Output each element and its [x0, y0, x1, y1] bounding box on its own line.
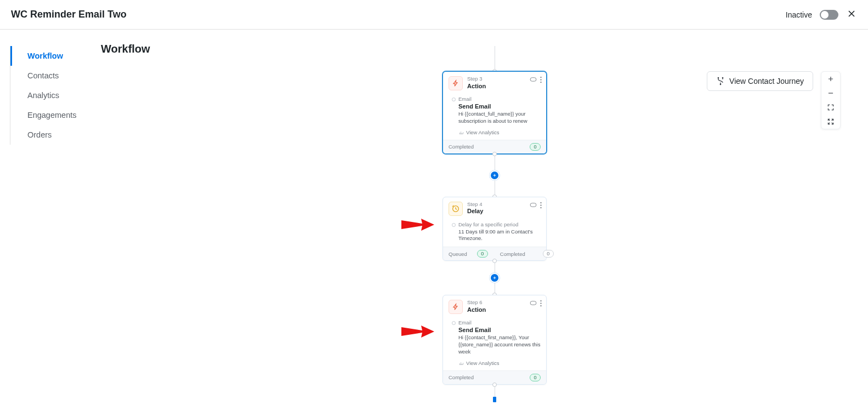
svg-point-6: [540, 82, 541, 83]
node-action-title: Send Email: [449, 103, 541, 110]
svg-point-15: [540, 305, 541, 306]
svg-point-2: [720, 84, 721, 84]
minus-icon: [827, 89, 835, 97]
node-menu-button[interactable]: [540, 202, 542, 210]
node-type: Action: [467, 83, 486, 89]
svg-point-0: [718, 77, 718, 78]
svg-point-4: [540, 77, 541, 78]
chart-icon: [458, 360, 464, 366]
workflow-canvas[interactable]: View Contact Journey Step 3 Action: [0, 0, 868, 411]
delay-icon: [449, 202, 463, 216]
analytics-label: View Analytics: [466, 129, 500, 135]
dots-icon: [540, 76, 542, 83]
connector: [495, 283, 495, 293]
view-contact-journey-button[interactable]: View Contact Journey: [707, 71, 813, 91]
dots-icon: [540, 300, 542, 307]
view-analytics-link[interactable]: View Analytics: [449, 129, 541, 135]
node-action-step6[interactable]: Step 6 Action Email Send Email Hi {{cont…: [442, 295, 547, 384]
node-type: Delay: [467, 208, 483, 214]
annotation-arrow: [401, 323, 434, 340]
port-dot: [492, 259, 497, 263]
comment-icon: [530, 300, 537, 306]
plus-icon: [827, 75, 835, 83]
port-dot: [492, 383, 497, 387]
flow-column: Step 3 Action Email Send Email Hi {{cont…: [442, 46, 547, 402]
queued-count-badge: 0: [477, 250, 488, 258]
fullscreen-button[interactable]: [821, 115, 841, 129]
action-icon: [449, 76, 463, 90]
zoom-out-button[interactable]: [821, 86, 841, 100]
chart-icon: [458, 129, 464, 135]
completed-count-badge: 0: [530, 143, 541, 151]
clock-icon: [451, 204, 460, 213]
connector: [495, 46, 495, 71]
connector: [495, 263, 495, 273]
connector: [495, 180, 495, 195]
dots-icon: [540, 202, 542, 209]
node-menu-button[interactable]: [540, 76, 542, 84]
connector: [495, 387, 495, 397]
comment-icon: [530, 77, 537, 83]
add-node-button[interactable]: [490, 170, 500, 180]
node-subtype: Email: [449, 96, 541, 102]
node-comment-button[interactable]: [530, 77, 537, 84]
node-step: Step 4: [467, 202, 483, 207]
node-action-title: Delay for a specific period: [449, 221, 541, 227]
expand-icon: [827, 118, 835, 125]
node-subtype: Email: [449, 319, 541, 326]
svg-marker-16: [401, 219, 434, 231]
footer-completed-label: Completed: [500, 251, 525, 257]
node-action-step3[interactable]: Step 3 Action Email Send Email Hi {{cont…: [442, 71, 547, 154]
add-node-button[interactable]: [490, 273, 500, 283]
svg-point-1: [722, 77, 723, 78]
footer-completed-label: Completed: [449, 374, 474, 380]
svg-rect-3: [530, 78, 536, 82]
bolt-icon: [452, 303, 459, 311]
svg-point-13: [540, 300, 541, 301]
node-step: Step 6: [467, 300, 486, 305]
node-comment-button[interactable]: [530, 300, 537, 307]
svg-point-5: [540, 79, 541, 80]
node-description: 11 Days till 9:00 am in Contact's Timezo…: [449, 229, 541, 243]
svg-point-11: [540, 207, 541, 208]
annotation-arrow: [401, 216, 434, 233]
svg-point-10: [540, 204, 541, 206]
footer-completed-label: Completed: [449, 144, 474, 150]
port-dot: [492, 152, 497, 156]
connector: [495, 156, 495, 170]
bolt-icon: [452, 79, 459, 87]
svg-rect-12: [530, 301, 536, 305]
node-comment-button[interactable]: [530, 202, 537, 209]
svg-point-14: [540, 303, 541, 304]
node-delay-step4[interactable]: Step 4 Delay Delay for a specific period…: [442, 197, 547, 261]
svg-rect-8: [530, 203, 536, 207]
fit-screen-button[interactable]: [821, 100, 841, 115]
node-menu-button[interactable]: [540, 300, 542, 308]
analytics-label: View Analytics: [466, 360, 500, 366]
node-action-title: Send Email: [449, 327, 541, 333]
svg-marker-17: [401, 326, 434, 338]
completed-count-badge: 0: [530, 374, 541, 381]
plus-icon: [492, 173, 497, 178]
canvas-controls: [821, 71, 841, 129]
view-analytics-link[interactable]: View Analytics: [449, 360, 541, 366]
comment-icon: [530, 202, 537, 208]
completed-count-badge: 0: [543, 250, 554, 258]
footer-queued-label: Queued: [449, 251, 467, 257]
node-description: Hi {{contact_full_name}} your subscripti…: [449, 111, 541, 125]
journey-button-label: View Contact Journey: [729, 77, 804, 85]
action-icon: [449, 300, 463, 314]
node-type: Action: [467, 306, 486, 313]
node-description: Hi {{contact_first_name}}, Your {{store_…: [449, 334, 541, 355]
zoom-in-button[interactable]: [821, 72, 841, 86]
end-marker: [493, 397, 496, 402]
node-step: Step 3: [467, 76, 486, 82]
fit-icon: [827, 104, 835, 111]
branch-icon: [716, 77, 725, 85]
plus-icon: [492, 276, 497, 280]
svg-point-9: [540, 202, 541, 203]
